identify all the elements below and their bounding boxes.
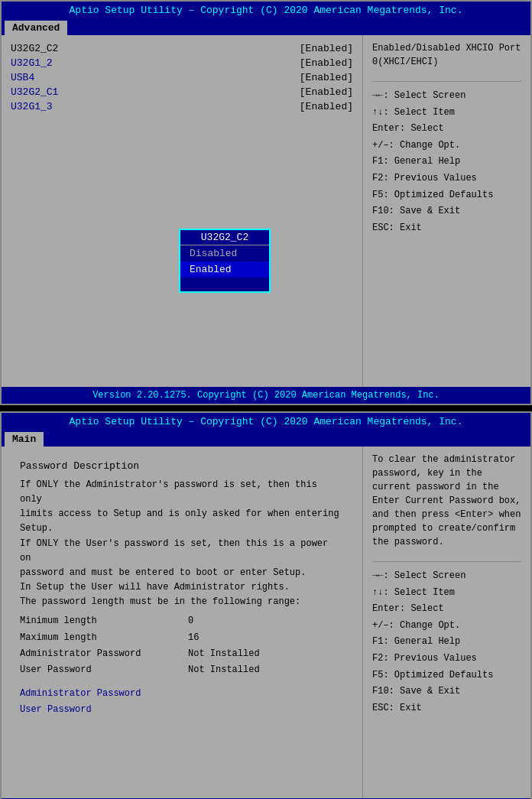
shortcut-enter-select: Enter: Select [372, 121, 521, 138]
screen2-right-panel: To clear the administrator password, key… [362, 447, 530, 798]
setting-name-u32g2c1: U32G2_C1 [11, 86, 58, 98]
dropdown-option-enabled[interactable]: Enabled [180, 261, 269, 278]
screen1-shortcuts: →←: Select Screen ↑↓: Select Item Enter:… [372, 88, 521, 236]
setting-value-u32g1-3: [Enabled] [300, 101, 353, 112]
setting-value-usb4: [Enabled] [300, 72, 353, 83]
shortcut-f2: F2: Previous Values [372, 171, 521, 187]
pw-min-length: Minimum length 0 [20, 614, 344, 628]
screen2-content: Password Description If ONLY the Adminis… [2, 447, 530, 798]
pw-desc-title: Password Description [20, 459, 344, 475]
screen-gap [0, 405, 532, 408]
setting-row-u32g1-2[interactable]: U32G1_2 [Enabled] [11, 56, 353, 70]
pw-max-label: Maximum length [20, 631, 188, 645]
screen2-left-panel: Password Description If ONLY the Adminis… [2, 447, 362, 798]
screen2-top-bar: Aptio Setup Utility – Copyright (C) 2020… [2, 413, 530, 430]
dropdown-title: U32G2_C2 [180, 230, 269, 245]
setting-name-u32g1-2: U32G1_2 [11, 57, 53, 69]
pw-admin-link[interactable]: Administrator Password [20, 687, 344, 701]
sc2-esc: ESC: Exit [372, 700, 521, 717]
setting-value-u32g2c1: [Enabled] [300, 86, 353, 98]
sc2-f1: F1: General Help [372, 634, 521, 651]
shortcut-f1: F1: General Help [372, 154, 521, 171]
pw-min-label: Minimum length [20, 614, 188, 628]
setting-value-u32g2c2: [Enabled] [300, 43, 353, 54]
screen1-left-panel: U32G2_C2 [Enabled] U32G1_2 [Enabled] USB… [2, 35, 362, 387]
setting-name-u32g1-3: U32G1_3 [11, 101, 53, 112]
screen1-help-text: Enabled/Disabled XHCIO Port 0(XHCI/EHCI) [372, 41, 521, 69]
pw-user-status-value: Not Installed [188, 663, 260, 677]
shortcut-esc: ESC: Exit [372, 220, 521, 237]
setting-row-u32g2c1[interactable]: U32G2_C1 [Enabled] [11, 85, 353, 99]
shortcut-select-screen: →←: Select Screen [372, 88, 521, 105]
screen1-divider [372, 81, 521, 82]
screen1: Aptio Setup Utility – Copyright (C) 2020… [0, 0, 532, 405]
setting-name-u32g2c2: U32G2_C2 [11, 43, 58, 54]
pw-user-status-label: User Password [20, 663, 188, 677]
screen2: Aptio Setup Utility – Copyright (C) 2020… [0, 411, 532, 799]
screen1-version: Version 2.20.1275. Copyright (C) 2020 Am… [92, 390, 440, 401]
password-content: Password Description If ONLY the Adminis… [11, 453, 353, 724]
tab-advanced[interactable]: Advanced [5, 21, 67, 35]
pw-desc-line4: If ONLY the User's password is set, then… [20, 537, 344, 566]
setting-name-usb4: USB4 [11, 72, 34, 83]
pw-desc-line6: In Setup the User will have Administrato… [20, 580, 344, 595]
screen1-top-bar: Aptio Setup Utility – Copyright (C) 2020… [2, 2, 530, 19]
screen1-tab-bar: Advanced [2, 19, 530, 35]
dropdown-option-disabled[interactable]: Disabled [180, 245, 269, 261]
sc2-change-opt: +/–: Change Opt. [372, 618, 521, 635]
setting-row-usb4[interactable]: USB4 [Enabled] [11, 70, 353, 85]
pw-user-status: User Password Not Installed [20, 663, 344, 677]
pw-admin-status-label: Administrator Password [20, 647, 188, 661]
dropdown-popup[interactable]: U32G2_C2 Disabled Enabled [179, 229, 271, 293]
screen2-divider [372, 561, 521, 562]
shortcut-change-opt: +/–: Change Opt. [372, 138, 521, 154]
pw-user-link[interactable]: User Password [20, 703, 344, 717]
pw-desc-line5: password and must be entered to boot or … [20, 566, 344, 580]
screen2-help-text: To clear the administrator password, key… [372, 453, 521, 549]
sc2-f5: F5: Optimized Defaults [372, 667, 521, 684]
shortcut-select-item: ↑↓: Select Item [372, 105, 521, 122]
pw-min-value: 0 [188, 614, 193, 628]
sc2-select-item: ↑↓: Select Item [372, 585, 521, 602]
screen1-title: Aptio Setup Utility – Copyright (C) 2020… [70, 5, 463, 16]
screen1-content: U32G2_C2 [Enabled] U32G1_2 [Enabled] USB… [2, 35, 530, 387]
shortcut-f10: F10: Save & Exit [372, 203, 521, 220]
pw-desc-line2: limits access to Setup and is only asked… [20, 507, 344, 521]
screen1-right-panel: Enabled/Disabled XHCIO Port 0(XHCI/EHCI)… [362, 35, 530, 387]
sc2-f10: F10: Save & Exit [372, 684, 521, 700]
sc2-enter: Enter: Select [372, 601, 521, 618]
pw-max-length: Maximum length 16 [20, 631, 344, 645]
screen2-tab-bar: Main [2, 430, 530, 447]
setting-value-u32g1-2: [Enabled] [300, 57, 353, 69]
pw-desc-line3: Setup. [20, 521, 344, 536]
screen2-shortcuts: →←: Select Screen ↑↓: Select Item Enter:… [372, 568, 521, 716]
sc2-select-screen: →←: Select Screen [372, 568, 521, 585]
setting-row-u32g2c2[interactable]: U32G2_C2 [Enabled] [11, 41, 353, 56]
setting-row-u32g1-3[interactable]: U32G1_3 [Enabled] [11, 99, 353, 114]
pw-desc-line7: The password length must be in the follo… [20, 595, 344, 609]
pw-max-value: 16 [188, 631, 199, 645]
tab-main[interactable]: Main [5, 432, 44, 447]
sc2-f2: F2: Previous Values [372, 651, 521, 667]
screen2-title: Aptio Setup Utility – Copyright (C) 2020… [70, 416, 463, 427]
screen1-bottom-bar: Version 2.20.1275. Copyright (C) 2020 Am… [2, 387, 530, 404]
pw-admin-status-value: Not Installed [188, 647, 260, 661]
shortcut-f5: F5: Optimized Defaults [372, 187, 521, 204]
pw-admin-status: Administrator Password Not Installed [20, 647, 344, 661]
pw-desc-line1: If ONLY the Administrator's password is … [20, 478, 344, 507]
